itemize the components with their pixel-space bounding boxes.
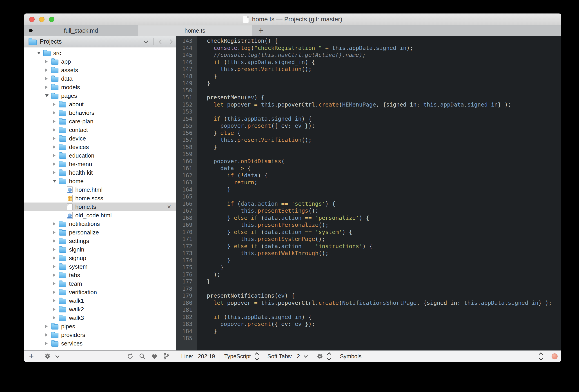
- code-line-160[interactable]: popover.onDidDismiss(: [200, 158, 561, 165]
- tree-folder-device[interactable]: device: [24, 134, 176, 143]
- disclosure-collapsed-icon[interactable]: [53, 265, 59, 268]
- disclosure-expanded-icon[interactable]: [53, 180, 59, 182]
- code-line-165[interactable]: [200, 193, 561, 200]
- forward-arrow-icon[interactable]: [168, 39, 173, 44]
- tree-folder-pages[interactable]: pages: [24, 91, 176, 100]
- disclosure-collapsed-icon[interactable]: [53, 128, 59, 132]
- tree-folder-he-menu[interactable]: he-menu: [24, 160, 176, 168]
- code-line-172[interactable]: } else if (data.action == 'instructions'…: [200, 243, 561, 250]
- tree-folder-verification[interactable]: verification: [24, 288, 176, 297]
- code-line-175[interactable]: }: [200, 264, 561, 271]
- code-line-147[interactable]: this.presentVerification();: [200, 66, 561, 73]
- code-line-181[interactable]: [200, 306, 561, 314]
- disclosure-collapsed-icon[interactable]: [53, 316, 59, 320]
- code-line-157[interactable]: this.presentVerification();: [200, 136, 561, 144]
- disclosure-collapsed-icon[interactable]: [53, 222, 59, 226]
- new-tab-button[interactable]: +: [252, 25, 270, 36]
- symbols-label[interactable]: Symbols: [340, 353, 362, 360]
- tab-home-ts[interactable]: home.ts: [138, 25, 252, 36]
- code-line-163[interactable]: return;: [200, 179, 561, 186]
- tree-folder-contact[interactable]: contact: [24, 126, 176, 134]
- tree-folder-notifications[interactable]: notifications: [24, 220, 176, 228]
- code-line-174[interactable]: }: [200, 257, 561, 264]
- code-line-164[interactable]: }: [200, 186, 561, 193]
- tree-folder-education[interactable]: education: [24, 151, 176, 160]
- code-line-155[interactable]: popover.present({ ev: ev });: [200, 122, 561, 130]
- disclosure-collapsed-icon[interactable]: [53, 154, 59, 157]
- tree-folder-settings[interactable]: settings: [24, 237, 176, 245]
- tree-folder-tabs[interactable]: tabs: [24, 271, 176, 279]
- disclosure-collapsed-icon[interactable]: [45, 333, 51, 337]
- tree-folder-app[interactable]: app: [24, 57, 176, 66]
- code-line-183[interactable]: popover.present({ ev: ev });: [200, 320, 561, 328]
- search-icon[interactable]: [139, 353, 146, 360]
- close-file-icon[interactable]: ×: [167, 203, 171, 210]
- disclosure-collapsed-icon[interactable]: [53, 102, 59, 106]
- tree-folder-health-kit[interactable]: health-kit: [24, 168, 176, 177]
- editor-gear-icon[interactable]: [316, 353, 323, 360]
- code-line-177[interactable]: }: [200, 278, 561, 285]
- tree-folder-devices[interactable]: devices: [24, 143, 176, 151]
- code-line-166[interactable]: if (data.action == 'settings') {: [200, 200, 561, 207]
- disclosure-collapsed-icon[interactable]: [53, 120, 59, 123]
- code-line-146[interactable]: if (!this.appData.signed_in) {: [200, 59, 561, 66]
- heart-icon[interactable]: [151, 353, 158, 360]
- disclosure-expanded-icon[interactable]: [45, 94, 51, 97]
- tree-folder-pipes[interactable]: pipes: [24, 322, 176, 331]
- disclosure-collapsed-icon[interactable]: [45, 60, 51, 63]
- code-line-159[interactable]: [200, 151, 561, 158]
- chevron-down-icon[interactable]: [144, 39, 148, 43]
- gear-stepper-icon[interactable]: [328, 353, 331, 360]
- code-line-179[interactable]: presentNotifications(ev) {: [200, 292, 561, 299]
- code-line-148[interactable]: }: [200, 73, 561, 80]
- code-line-178[interactable]: [200, 285, 561, 292]
- tree-file-home-html[interactable]: home.html: [24, 185, 176, 194]
- cursor-position[interactable]: 202:19: [198, 353, 215, 360]
- code-line-185[interactable]: [200, 335, 561, 342]
- disclosure-collapsed-icon[interactable]: [53, 137, 59, 140]
- tree-folder-models[interactable]: models: [24, 83, 176, 91]
- disclosure-collapsed-icon[interactable]: [53, 239, 59, 243]
- code-line-162[interactable]: if (!data) {: [200, 172, 561, 179]
- soft-tabs-chevron-icon[interactable]: [304, 354, 308, 358]
- disclosure-collapsed-icon[interactable]: [53, 273, 59, 277]
- disclosure-collapsed-icon[interactable]: [53, 171, 59, 174]
- code-line-143[interactable]: checkRegistration() {: [200, 37, 561, 45]
- code-line-154[interactable]: if (this.appData.signed_in) {: [200, 115, 561, 123]
- tree-folder-data[interactable]: data: [24, 75, 176, 83]
- disclosure-collapsed-icon[interactable]: [53, 282, 59, 285]
- soft-tabs-value[interactable]: 2: [297, 353, 300, 360]
- close-window-button[interactable]: [29, 17, 35, 22]
- code-line-149[interactable]: }: [200, 80, 561, 87]
- tree-folder-care-plan[interactable]: care-plan: [24, 117, 176, 126]
- tree-folder-signup[interactable]: signup: [24, 254, 176, 262]
- tree-folder-services[interactable]: services: [24, 339, 176, 348]
- tree-file-home-scss[interactable]: home.scss: [24, 194, 176, 203]
- editor[interactable]: 1431441451461471481491501511521531541551…: [176, 36, 561, 350]
- disclosure-collapsed-icon[interactable]: [53, 111, 59, 115]
- disclosure-collapsed-icon[interactable]: [45, 77, 51, 80]
- back-arrow-icon[interactable]: [159, 39, 163, 44]
- disclosure-collapsed-icon[interactable]: [45, 342, 51, 345]
- code-line-168[interactable]: } else if (data.action == 'personalize')…: [200, 214, 561, 222]
- code-line-169[interactable]: this.presentPersonalize();: [200, 221, 561, 229]
- tree-folder-signin[interactable]: signin: [24, 245, 176, 254]
- code-line-150[interactable]: [200, 87, 561, 94]
- disclosure-collapsed-icon[interactable]: [45, 324, 51, 328]
- tree-folder-src[interactable]: src: [24, 49, 176, 57]
- tree-folder-home[interactable]: home: [24, 177, 176, 185]
- tree-folder-personalize[interactable]: personalize: [24, 228, 176, 237]
- code-line-184[interactable]: }: [200, 328, 561, 335]
- language-stepper-icon[interactable]: [255, 353, 258, 360]
- disclosure-collapsed-icon[interactable]: [53, 299, 59, 303]
- code-line-156[interactable]: } else {: [200, 130, 561, 137]
- code-line-145[interactable]: //console.log(this.navCtrl.getActive().n…: [200, 52, 561, 59]
- code-line-158[interactable]: }: [200, 144, 561, 151]
- code-line-171[interactable]: this.presentSystemPage();: [200, 235, 561, 243]
- tree-folder-behaviors[interactable]: behaviors: [24, 109, 176, 117]
- disclosure-collapsed-icon[interactable]: [45, 85, 51, 89]
- refresh-icon[interactable]: [127, 353, 134, 360]
- gear-chevron-down-icon[interactable]: [55, 354, 59, 358]
- disclosure-collapsed-icon[interactable]: [53, 162, 59, 166]
- status-indicator-dot[interactable]: [552, 353, 558, 359]
